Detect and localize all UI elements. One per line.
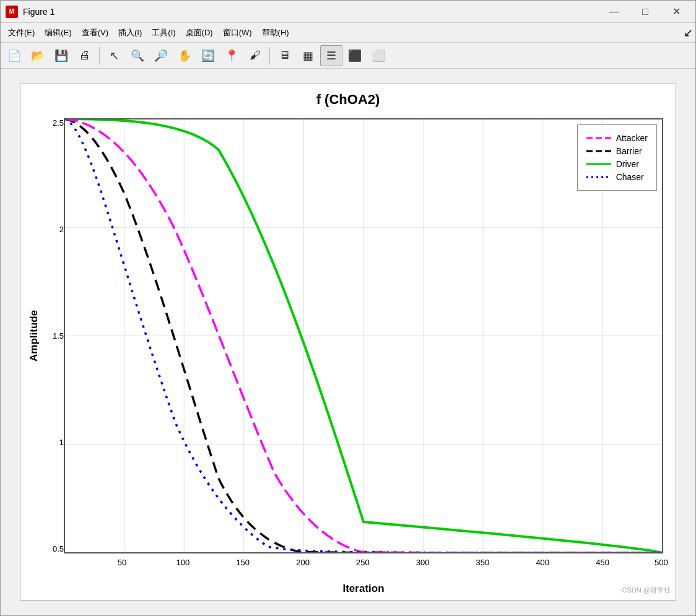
zoom-out-button[interactable]: 🔎 <box>150 45 172 66</box>
menu-insert[interactable]: 插入(I) <box>113 25 147 41</box>
menu-help[interactable]: 帮助(H) <box>257 25 294 41</box>
menu-desktop[interactable]: 桌面(D) <box>181 25 218 41</box>
select-button[interactable]: ↖ <box>103 45 125 66</box>
barrier-legend-svg <box>586 146 611 156</box>
pan-button[interactable]: ✋ <box>173 45 196 66</box>
toolbar: 📄 📂 💾 🖨 ↖ 🔍 🔎 ✋ 🔄 📍 🖌 🖥 ▦ ☰ ⬛ ⬜ <box>1 43 695 69</box>
x-axis-label: Iteration <box>64 583 663 595</box>
rotate-button[interactable]: 🔄 <box>197 45 219 66</box>
barrier-legend-line <box>586 146 611 156</box>
chart-svg: .grid-line { stroke: #e0e0e0; stroke-wid… <box>64 119 663 553</box>
legend-chaser: Chaser <box>586 172 648 182</box>
x-tick-row: 50 100 150 200 250 300 350 400 450 500 <box>64 558 663 570</box>
y-tick-1: 1 <box>59 438 64 447</box>
zoom-in-button[interactable]: 🔍 <box>126 45 149 66</box>
prop-button[interactable]: ⬜ <box>367 45 389 66</box>
attacker-legend-line <box>586 133 611 143</box>
plot-area: f (ChOA2) Amplitude 2.5 2 1.5 1 0.5 <box>1 69 695 615</box>
plot-container: f (ChOA2) Amplitude 2.5 2 1.5 1 0.5 <box>20 84 676 601</box>
print2-button[interactable]: 🖥 <box>273 45 295 66</box>
plot-inner: .grid-line { stroke: #e0e0e0; stroke-wid… <box>64 118 663 553</box>
chaser-legend-label: Chaser <box>616 172 644 182</box>
x-tick-200: 200 <box>296 558 310 567</box>
menu-view[interactable]: 查看(V) <box>77 25 113 41</box>
driver-legend-line <box>586 159 611 169</box>
x-tick-250: 250 <box>356 558 370 567</box>
menu-edit[interactable]: 编辑(E) <box>40 25 76 41</box>
driver-legend-label: Driver <box>616 159 639 169</box>
barrier-legend-label: Barrier <box>616 146 642 156</box>
x-tick-300: 300 <box>416 558 430 567</box>
open-button[interactable]: 📂 <box>27 45 49 66</box>
menu-file[interactable]: 文件(E) <box>3 25 40 41</box>
title-bar: M Figure 1 — □ ✕ <box>1 1 695 23</box>
y-tick-labels: 2.5 2 1.5 1 0.5 <box>42 118 64 553</box>
window-title: Figure 1 <box>23 7 600 17</box>
y-axis-label: Amplitude <box>28 118 40 553</box>
legend-button[interactable]: ☰ <box>320 45 342 66</box>
matlab-icon: M <box>6 6 18 18</box>
x-tick-100: 100 <box>176 558 190 567</box>
y-tick-0_5: 0.5 <box>53 544 64 553</box>
driver-legend-svg <box>586 159 611 169</box>
brush-button[interactable]: 🖌 <box>244 45 266 66</box>
attacker-legend-svg <box>586 133 611 143</box>
matlab-figure-window: M Figure 1 — □ ✕ 文件(E) 编辑(E) 查看(V) 插入(I)… <box>0 0 696 616</box>
arrow-icon[interactable]: ↙ <box>684 26 693 40</box>
watermark: CSDN @研学社 <box>622 586 671 595</box>
legend-barrier: Barrier <box>586 146 648 156</box>
maximize-button[interactable]: □ <box>631 3 659 20</box>
x-tick-500: 500 <box>655 558 668 567</box>
grid-button[interactable]: ⬛ <box>344 45 366 66</box>
menu-window[interactable]: 窗口(W) <box>218 25 257 41</box>
print-button[interactable]: 🖨 <box>74 45 96 66</box>
data-cursor-button[interactable]: 📍 <box>220 45 243 66</box>
attacker-legend-label: Attacker <box>616 133 648 143</box>
chaser-legend-line <box>586 172 611 182</box>
y-tick-2_5: 2.5 <box>53 118 64 128</box>
plot-title: f (ChOA2) <box>20 84 676 111</box>
toolbar-sep-1 <box>99 47 100 64</box>
y-tick-2: 2 <box>59 225 64 234</box>
y-tick-1_5: 1.5 <box>53 331 64 341</box>
new-button[interactable]: 📄 <box>3 45 25 66</box>
close-button[interactable]: ✕ <box>662 3 690 20</box>
x-tick-450: 450 <box>596 558 609 567</box>
x-tick-400: 400 <box>536 558 549 567</box>
menu-bar: 文件(E) 编辑(E) 查看(V) 插入(I) 工具(I) 桌面(D) 窗口(W… <box>1 23 695 43</box>
colorbar-button[interactable]: ▦ <box>297 45 319 66</box>
x-tick-350: 350 <box>476 558 490 567</box>
minimize-button[interactable]: — <box>600 3 629 20</box>
x-tick-50: 50 <box>118 558 126 567</box>
legend-box: Attacker Barrier <box>577 124 657 191</box>
menu-tools[interactable]: 工具(I) <box>147 25 180 41</box>
toolbar-sep-2 <box>269 47 270 64</box>
x-tick-150: 150 <box>236 558 250 567</box>
save-button[interactable]: 💾 <box>50 45 72 66</box>
chaser-legend-svg <box>586 172 611 182</box>
window-controls: — □ ✕ <box>600 3 690 20</box>
legend-attacker: Attacker <box>586 133 648 143</box>
legend-driver: Driver <box>586 159 648 169</box>
